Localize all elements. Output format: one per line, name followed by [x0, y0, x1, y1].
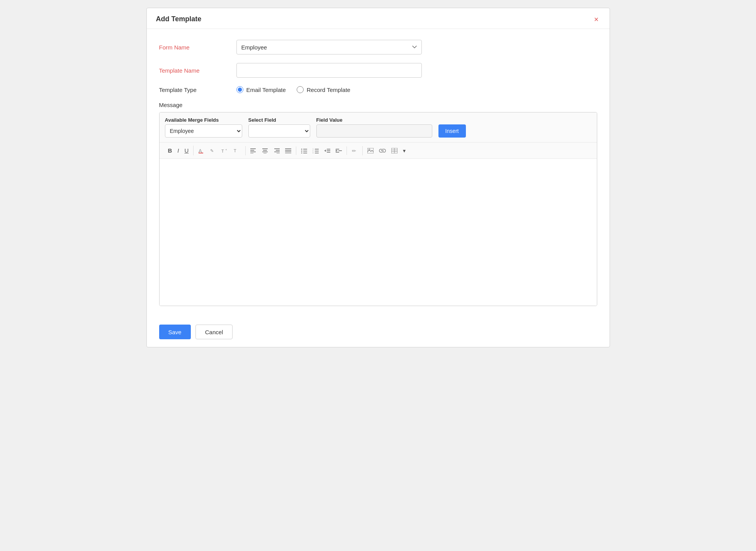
svg-rect-21 [285, 151, 291, 152]
svg-point-23 [301, 148, 302, 150]
form-name-select[interactable]: Employee [236, 40, 422, 54]
svg-point-27 [301, 152, 302, 153]
insert-button[interactable]: Insert [438, 124, 466, 138]
template-type-row: Template Type Email Template Record Temp… [159, 86, 597, 93]
svg-text:+: + [225, 148, 227, 151]
alignment-group [246, 146, 296, 155]
available-merge-fields-select[interactable]: Employee [165, 124, 242, 138]
svg-rect-34 [315, 153, 319, 153]
bold-button[interactable]: B [166, 146, 175, 155]
editor-toolbar: B I U A ✎ T+ [160, 143, 597, 159]
link-icon [379, 148, 386, 153]
table-dropdown-button[interactable]: ▾ [401, 146, 408, 155]
svg-rect-15 [274, 148, 280, 149]
template-type-label: Template Type [159, 87, 236, 93]
form-name-control: Employee [236, 40, 597, 54]
available-merge-fields-label: Available Merge Fields [165, 117, 242, 123]
add-template-modal: Add Template × Form Name Employee Templa… [146, 8, 610, 347]
select-field-select[interactable] [248, 124, 310, 138]
modal-footer: Save Cancel [147, 317, 610, 347]
svg-rect-30 [315, 149, 319, 150]
font-color-icon: A [198, 148, 204, 154]
ordered-list-button[interactable]: 1.2.3. [310, 146, 321, 155]
svg-rect-28 [303, 153, 307, 153]
svg-text:T: T [234, 148, 236, 153]
cancel-button[interactable]: Cancel [195, 325, 233, 339]
justify-button[interactable] [283, 146, 294, 155]
svg-rect-7 [250, 148, 256, 149]
svg-rect-9 [250, 151, 256, 152]
align-center-button[interactable] [260, 146, 270, 155]
svg-rect-24 [303, 149, 307, 150]
image-button[interactable] [365, 146, 376, 155]
save-button[interactable]: Save [159, 325, 191, 339]
svg-rect-8 [250, 150, 254, 151]
svg-rect-13 [262, 151, 268, 152]
align-right-button[interactable] [271, 146, 282, 155]
superscript-button[interactable]: T+ [219, 146, 231, 155]
close-button[interactable]: × [593, 15, 600, 23]
underline-button[interactable]: U [182, 146, 191, 155]
indent-less-icon [324, 148, 330, 153]
svg-text:✏: ✏ [352, 148, 356, 154]
paint-format-button[interactable]: ✏ [349, 146, 360, 155]
template-type-control: Email Template Record Template [236, 86, 597, 93]
svg-rect-40 [336, 149, 339, 150]
record-template-option[interactable]: Record Template [297, 86, 350, 93]
svg-rect-37 [327, 150, 330, 151]
svg-text:✎: ✎ [210, 148, 214, 153]
form-name-row: Form Name Employee [159, 40, 597, 54]
italic-button[interactable]: I [175, 146, 181, 155]
superscript-icon: T+ [221, 148, 228, 154]
email-template-radio[interactable] [236, 86, 243, 93]
justify-icon [285, 148, 291, 153]
svg-rect-19 [285, 148, 291, 149]
svg-rect-18 [277, 153, 280, 153]
svg-point-25 [301, 150, 302, 151]
svg-text:_: _ [237, 151, 240, 154]
list-group: 1.2.3. [296, 146, 347, 155]
align-right-icon [274, 148, 280, 153]
available-merge-fields-col: Available Merge Fields Employee [165, 117, 242, 138]
align-center-icon [262, 148, 268, 153]
subscript-icon: T_ [234, 148, 241, 154]
email-template-option[interactable]: Email Template [236, 86, 286, 93]
svg-rect-17 [274, 151, 280, 152]
svg-rect-22 [285, 153, 291, 153]
subscript-button[interactable]: T_ [231, 146, 243, 155]
svg-rect-12 [263, 150, 267, 151]
font-color-button[interactable]: A [196, 146, 207, 155]
message-label: Message [159, 102, 597, 108]
text-style-group: A ✎ T+ T_ [194, 146, 246, 155]
link-button[interactable] [377, 146, 388, 155]
table-button[interactable] [389, 146, 400, 155]
svg-marker-39 [336, 150, 338, 152]
highlight-button[interactable]: ✎ [207, 146, 218, 155]
modal-body: Form Name Employee Template Name Templat… [147, 29, 610, 317]
svg-text:3.: 3. [313, 152, 314, 153]
table-icon [391, 148, 398, 153]
indent-more-icon [336, 148, 342, 153]
template-type-radio-group: Email Template Record Template [236, 86, 597, 93]
field-value-col: Field Value [316, 117, 432, 138]
misc-group: ✏ [347, 146, 363, 155]
record-template-radio[interactable] [297, 86, 304, 93]
insert-group: ▾ [363, 146, 410, 155]
email-template-label: Email Template [246, 87, 286, 93]
svg-rect-26 [303, 151, 307, 151]
bullet-list-button[interactable] [299, 146, 309, 155]
modal-title: Add Template [156, 15, 202, 23]
svg-rect-42 [336, 152, 339, 153]
template-name-input[interactable] [236, 63, 422, 78]
indent-more-button[interactable] [333, 146, 344, 155]
modal-header: Add Template × [147, 8, 610, 29]
align-left-button[interactable] [248, 146, 259, 155]
indent-less-button[interactable] [322, 146, 333, 155]
editor-content-area[interactable] [160, 159, 597, 306]
svg-rect-11 [262, 148, 268, 149]
field-value-input[interactable] [316, 124, 432, 138]
message-section: Message Available Merge Fields Employee … [159, 102, 597, 306]
svg-rect-10 [250, 153, 253, 153]
template-name-row: Template Name [159, 63, 597, 78]
svg-rect-1 [199, 153, 203, 153]
